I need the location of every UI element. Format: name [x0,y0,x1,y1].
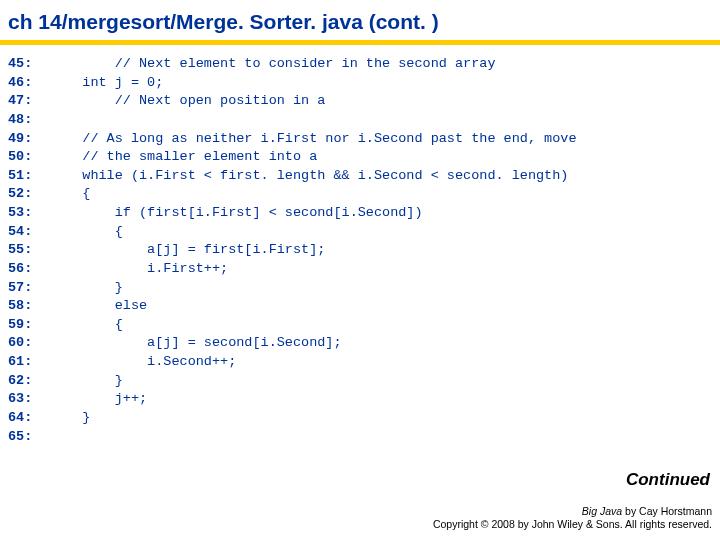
footer-line1: Big Java by Cay Horstmann [433,505,712,519]
footer-copyright: Copyright © 2008 by John Wiley & Sons. A… [433,518,712,532]
code-block: 45: 46: 47: 48: 49: 50: 51: 52: 53: 54: … [0,55,720,446]
book-title: Big Java [582,505,622,517]
line-numbers: 45: 46: 47: 48: 49: 50: 51: 52: 53: 54: … [8,55,82,446]
footer-author: by Cay Horstmann [622,505,712,517]
title-underline [0,40,720,45]
slide-title: ch 14/mergesort/Merge. Sorter. java (con… [0,0,720,40]
code-text: // Next element to consider in the secon… [82,55,576,446]
continued-label: Continued [626,470,710,490]
footer: Big Java by Cay Horstmann Copyright © 20… [433,505,712,532]
